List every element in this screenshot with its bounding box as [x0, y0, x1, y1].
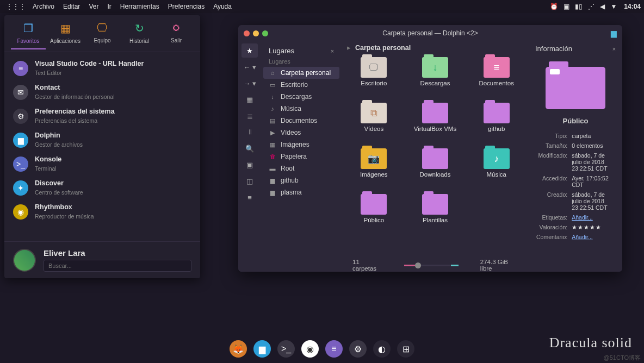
tab-historial[interactable]: ↻ Historial: [122, 22, 157, 49]
back-icon[interactable]: ← ▾: [242, 60, 258, 74]
add-comment-link[interactable]: Añadir...: [572, 234, 593, 240]
app-item[interactable]: >_ KonsoleTerminal: [11, 152, 194, 176]
folder-icon: .fitem .ficon[style*='#c87de0']::before{…: [361, 194, 387, 215]
crumb-current[interactable]: Carpeta personal: [355, 44, 411, 52]
tray-expand-icon[interactable]: ▼: [608, 3, 620, 10]
folder-icon: .fitem .ficon[style*='#e879b0']::before{…: [484, 57, 510, 78]
search-icon[interactable]: 🔍: [242, 141, 258, 155]
place-icon: ⌂: [269, 70, 276, 76]
dock-item[interactable]: 🦊: [230, 340, 247, 358]
menu-ayuda[interactable]: Ayuda: [209, 3, 236, 10]
free-space: 274.3 GiB libre: [480, 259, 518, 272]
historial-icon: ↻: [135, 22, 144, 35]
volume-icon[interactable]: ◀: [597, 3, 608, 10]
dock-item[interactable]: ⚙: [349, 340, 367, 358]
notifications-icon[interactable]: ⏰: [547, 3, 561, 10]
app-item[interactable]: ◉ RhythmboxReproductor de música: [11, 200, 194, 224]
place-item[interactable]: ▆ github: [263, 174, 339, 186]
places-close-icon[interactable]: ×: [331, 48, 334, 54]
theme-label: Dracula solid: [549, 335, 632, 351]
place-icon: ▆: [269, 177, 276, 184]
app-item[interactable]: ≡ Visual Studio Code - URL HandlerText E…: [11, 57, 194, 80]
folder-item[interactable]: .fitem .ficon[style*='#c87de0']::before{…: [406, 148, 465, 193]
place-item[interactable]: 🗑 Papelera: [263, 151, 339, 162]
folder-item[interactable]: .fitem .ficon[style*='#e0d6cc']::before{…: [345, 103, 403, 147]
tab-favoritos[interactable]: ❐ Favoritos: [11, 22, 46, 49]
icons-view-icon[interactable]: ▦: [242, 92, 258, 107]
tab-aplicaciones[interactable]: ▦ Aplicaciones: [48, 22, 83, 49]
menu-editar[interactable]: Editar: [59, 3, 84, 10]
place-icon: ▦: [269, 141, 276, 148]
folder-item[interactable]: .fitem .ficon[style*='#3cc4b8']::before{…: [467, 148, 525, 193]
folder-item[interactable]: .fitem .ficon[style*='#c87de0']::before{…: [406, 194, 465, 239]
app-item[interactable]: ▆ DolphinGestor de archivos: [11, 128, 194, 152]
battery-icon[interactable]: ▮▯: [572, 3, 585, 10]
places-toggle-icon[interactable]: ★: [242, 43, 258, 58]
place-item[interactable]: ↓ Descargas: [263, 91, 339, 103]
breadcrumb[interactable]: ▸ Carpeta personal: [342, 41, 529, 54]
folder-item[interactable]: .fitem .ficon[style*='#c87de0']::before{…: [406, 103, 465, 147]
item-count: 11 carpetas: [352, 259, 382, 272]
application-launcher: ❐ Favoritos ▦ Aplicaciones 🖵 Equipo ↻ Hi…: [4, 15, 200, 278]
wifi-icon[interactable]: ⋰: [585, 3, 597, 10]
dock-item[interactable]: >_: [277, 340, 295, 358]
folder-item[interactable]: .fitem .ficon[style*='#8fd89a']::before{…: [406, 57, 465, 102]
zoom-slider[interactable]: [404, 265, 459, 266]
folder-item[interactable]: .fitem .ficon[style*='#c87de0']::before{…: [345, 194, 403, 239]
details-view-icon[interactable]: ⦀: [242, 125, 258, 139]
place-item[interactable]: ▬ Root: [263, 162, 339, 174]
place-icon: ▆: [269, 189, 276, 196]
dock-item[interactable]: ◉: [301, 340, 319, 358]
app-icon: ≡: [13, 61, 28, 76]
forward-icon[interactable]: → ▾: [242, 76, 258, 90]
tab-equipo[interactable]: 🖵 Equipo: [85, 22, 120, 49]
preview-icon[interactable]: ▣: [242, 158, 258, 172]
maximize-button[interactable]: [262, 30, 268, 36]
place-item[interactable]: ⌂ Carpeta personal: [263, 67, 339, 79]
place-item[interactable]: ▦ Imágenes: [263, 139, 339, 151]
rating-stars[interactable]: ★★★★★: [572, 223, 615, 231]
tab-salir[interactable]: ⭘ Salir: [159, 22, 194, 49]
folder-item[interactable]: .fitem .ficon[style*='#d9cfc7']::before{…: [345, 57, 403, 102]
app-launcher-icon[interactable]: ⋮⋮⋮: [3, 3, 28, 10]
menu-preferencias[interactable]: Preferencias: [164, 3, 209, 10]
split-icon[interactable]: ◫: [242, 174, 258, 188]
folder-item[interactable]: .fitem .ficon[style*='#e8b030']::before{…: [345, 148, 403, 193]
minimize-button[interactable]: [253, 30, 259, 36]
close-button[interactable]: [244, 30, 250, 36]
clock[interactable]: 14:04: [620, 3, 641, 10]
user-avatar[interactable]: [13, 249, 36, 272]
place-item[interactable]: ▆ plasma: [263, 186, 339, 198]
folder-item[interactable]: .fitem .ficon[style*='#c87de0']::before{…: [467, 103, 525, 147]
menu-icon[interactable]: ≡: [242, 190, 258, 204]
launcher-tabs: ❐ Favoritos ▦ Aplicaciones 🖵 Equipo ↻ Hi…: [4, 15, 200, 52]
info-close-icon[interactable]: ×: [612, 46, 616, 52]
place-item[interactable]: ▭ Escritorio: [263, 79, 339, 91]
folder-icon: .fitem .ficon[style*='#8fd89a']::before{…: [422, 57, 448, 78]
launcher-footer: Eliver Lara: [4, 241, 200, 278]
menu-archivo[interactable]: Archivo: [28, 3, 59, 10]
dock-item[interactable]: ◐: [373, 340, 391, 358]
place-item[interactable]: ▤ Documentos: [263, 115, 339, 127]
titlebar[interactable]: Carpeta personal — Dolphin <2> ▆: [238, 25, 622, 41]
info-folder-icon: [546, 67, 605, 109]
folder-icon: .fitem .ficon[style*='#e0d6cc']::before{…: [361, 103, 387, 123]
place-item[interactable]: ♪ Música: [263, 103, 339, 115]
dock-item[interactable]: ⊞: [397, 340, 414, 358]
clipboard-icon[interactable]: ▣: [561, 3, 572, 10]
compact-view-icon[interactable]: ≣: [242, 109, 258, 123]
dock-item[interactable]: ▆: [253, 340, 271, 358]
menu-ver[interactable]: Ver: [84, 3, 103, 10]
app-item[interactable]: ✦ DiscoverCentro de software: [11, 176, 194, 200]
search-input[interactable]: [44, 260, 191, 272]
dock: 🦊▆>_◉≡⚙◐⊞: [222, 337, 422, 361]
app-item[interactable]: ✉ KontactGestor de información personal: [11, 80, 194, 104]
add-tags-link[interactable]: Añadir...: [572, 214, 593, 221]
menu-herramientas[interactable]: Herramientas: [116, 3, 164, 10]
place-item[interactable]: ▶ Vídeos: [263, 127, 339, 139]
folder-item[interactable]: .fitem .ficon[style*='#e879b0']::before{…: [467, 57, 525, 102]
place-icon: ↓: [269, 93, 276, 100]
menu-ir[interactable]: Ir: [103, 3, 115, 10]
app-item[interactable]: ⚙ Preferencias del sistemaPreferencias d…: [11, 104, 194, 128]
dock-item[interactable]: ≡: [325, 340, 343, 358]
